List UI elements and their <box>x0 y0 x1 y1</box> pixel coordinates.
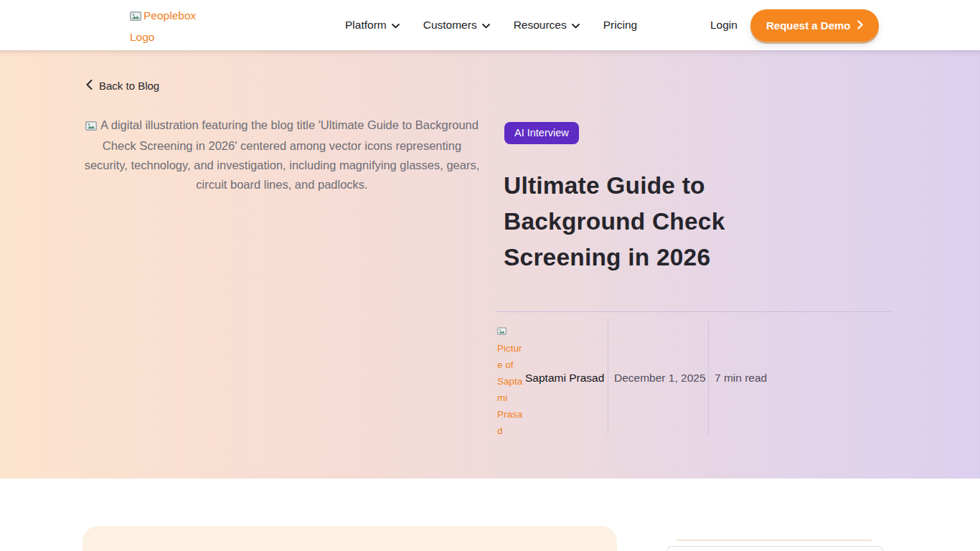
content-section <box>0 479 980 551</box>
nav-item-pricing[interactable]: Pricing <box>603 19 637 32</box>
author-name: Saptami Prasad <box>525 372 604 385</box>
author-avatar-alt-text: Picture of Saptami Prasad <box>497 343 522 436</box>
broken-image-icon <box>85 117 97 136</box>
meta-vertical-divider <box>708 319 709 435</box>
page: Peoplebox Logo Platform Customers Resour… <box>0 0 980 551</box>
chevron-down-icon <box>482 19 490 32</box>
nav-label: Resources <box>514 19 567 32</box>
nav-item-customers[interactable]: Customers <box>423 19 490 32</box>
login-link[interactable]: Login <box>710 0 738 50</box>
back-to-blog-link[interactable]: Back to Blog <box>86 80 159 92</box>
meta-top-divider <box>496 311 892 312</box>
chevron-down-icon <box>572 19 580 32</box>
hero-section: Back to Blog A digital illustration feat… <box>0 50 980 479</box>
hero-image-broken: A digital illustration featuring the blo… <box>81 116 483 194</box>
author-avatar-broken: Picture of Saptami Prasad <box>497 322 524 439</box>
broken-image-icon <box>130 7 141 27</box>
meta-vertical-divider <box>608 319 608 435</box>
hero-image-alt-text: A digital illustration featuring the blo… <box>85 118 480 191</box>
nav-label: Platform <box>345 19 387 32</box>
peoplebox-logo[interactable]: Peoplebox Logo <box>130 6 210 47</box>
request-demo-button[interactable]: Request a Demo <box>750 9 879 42</box>
sidebar-card-accent <box>677 540 872 541</box>
chevron-down-icon <box>392 19 400 32</box>
nav-label: Pricing <box>603 19 637 32</box>
chevron-right-icon <box>857 19 863 32</box>
main-nav: Platform Customers Resources Pricing <box>345 0 637 50</box>
back-to-blog-label: Back to Blog <box>99 80 159 92</box>
cta-label: Request a Demo <box>766 19 851 32</box>
nav-item-platform[interactable]: Platform <box>345 19 400 32</box>
nav-item-resources[interactable]: Resources <box>514 19 580 32</box>
read-time: 7 min read <box>715 372 767 385</box>
publish-date: December 1, 2025 <box>614 372 706 385</box>
chevron-left-icon <box>86 80 93 92</box>
content-card-top <box>83 526 617 551</box>
category-badge[interactable]: AI Interview <box>504 122 579 144</box>
header: Peoplebox Logo Platform Customers Resour… <box>0 0 980 50</box>
article-title: Ultimate Guide to Background Check Scree… <box>504 168 778 276</box>
sidebar-card-top <box>666 546 883 551</box>
broken-image-icon <box>497 324 507 340</box>
nav-label: Customers <box>423 19 477 32</box>
